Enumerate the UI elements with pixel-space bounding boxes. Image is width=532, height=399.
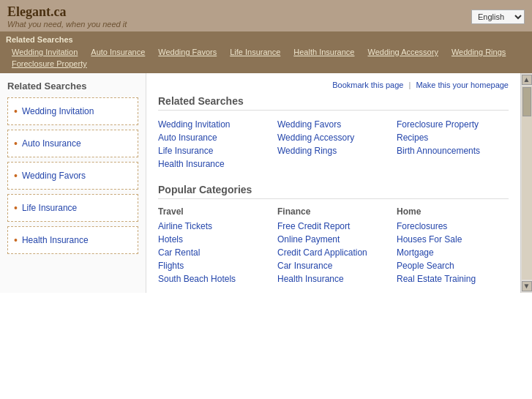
sidebar-link[interactable]: Health Insurance [22,235,89,245]
related-searches-title: Related Searches [158,95,509,111]
category-link[interactable]: Free Credit Report [277,220,389,233]
related-search-link[interactable]: Life Insurance [158,144,270,157]
navbar-link[interactable]: Wedding Rings [446,47,512,57]
related-search-link[interactable]: Recipes [397,131,509,144]
bullet-icon: • [14,234,18,246]
navbar-label: Related Searches [6,35,73,44]
category-link[interactable]: Foreclosures [397,220,509,233]
language-select[interactable]: English Français [471,10,525,24]
scroll-track [522,86,532,280]
sidebar-item[interactable]: •Health Insurance [7,226,138,254]
category-link[interactable]: Car Insurance [277,259,389,272]
category-link[interactable]: Car Rental [158,246,270,259]
sidebar-item[interactable]: •Wedding Invitation [7,97,138,125]
related-col-1: Wedding FavorsWedding AccessoryWedding R… [277,118,389,171]
related-search-link[interactable]: Wedding Invitation [158,118,270,131]
related-search-link[interactable]: Birth Announcements [397,144,509,157]
sidebar-items: •Wedding Invitation•Auto Insurance•Weddi… [7,97,138,254]
popular-category-col: TravelAirline TicketsHotelsCar RentalFli… [158,206,270,286]
related-col-2: Foreclosure PropertyRecipesBirth Announc… [397,118,509,171]
related-search-link[interactable]: Foreclosure Property [397,118,509,131]
category-link[interactable]: Real Estate Training [397,272,509,286]
navbar-link[interactable]: Health Insurance [288,47,360,57]
bullet-icon: • [14,202,18,214]
category-link[interactable]: Mortgage [397,246,509,259]
bullet-icon: • [14,170,18,182]
related-search-link[interactable]: Wedding Rings [277,144,389,157]
separator: | [409,81,411,89]
logo-area: Elegant.ca What you need, when you need … [7,4,127,29]
category-header: Travel [158,206,270,217]
bullet-icon: • [14,105,18,117]
logo-tagline: What you need, when you need it [7,20,127,29]
navbar-link[interactable]: Wedding Favors [152,47,222,57]
related-search-link[interactable]: Auto Insurance [158,131,270,144]
navbar-link[interactable]: Wedding Accessory [361,47,443,57]
category-header: Home [397,206,509,217]
navbar: Related Searches Wedding InvitationAuto … [0,31,532,73]
category-link[interactable]: Flights [158,259,270,272]
category-link[interactable]: Credit Card Application [277,246,389,259]
sidebar-link[interactable]: Wedding Favors [22,171,86,181]
navbar-link[interactable]: Life Insurance [224,47,286,57]
sidebar-item[interactable]: •Life Insurance [7,194,138,222]
related-search-link[interactable]: Wedding Favors [277,118,389,131]
sidebar-title: Related Searches [7,81,138,92]
related-links-grid: Wedding InvitationAuto InsuranceLife Ins… [158,118,509,171]
popular-categories-grid: TravelAirline TicketsHotelsCar RentalFli… [158,206,509,286]
top-actions: Bookmark this page | Make this your home… [158,81,509,89]
category-link[interactable]: Houses For Sale [397,233,509,246]
navbar-link[interactable]: Auto Insurance [85,47,151,57]
navbar-links: Wedding InvitationAuto InsuranceWedding … [6,47,526,70]
homepage-link[interactable]: Make this your homepage [416,81,509,89]
category-link[interactable]: South Beach Hotels [158,272,270,286]
main-layout: Related Searches •Wedding Invitation•Aut… [0,73,532,293]
sidebar-link[interactable]: Auto Insurance [22,138,81,149]
sidebar-link[interactable]: Wedding Invitation [22,106,94,116]
scroll-up-button[interactable]: ▲ [522,75,532,85]
sidebar-item[interactable]: •Wedding Favors [7,162,138,190]
related-col-0: Wedding InvitationAuto InsuranceLife Ins… [158,118,270,171]
header: Elegant.ca What you need, when you need … [0,0,532,31]
category-header: Finance [277,206,389,217]
popular-categories-title: Popular Categories [158,184,509,199]
scroll-down-button[interactable]: ▼ [522,281,532,291]
content-area: Bookmark this page | Make this your home… [146,73,520,293]
logo-title: Elegant.ca [7,4,127,20]
bullet-icon: • [14,138,18,149]
navbar-link[interactable]: Foreclosure Property [6,59,93,69]
related-search-link[interactable]: Health Insurance [158,157,270,171]
related-search-link[interactable]: Wedding Accessory [277,131,389,144]
navbar-link[interactable]: Wedding Invitation [6,47,83,57]
scroll-thumb[interactable] [522,87,531,116]
sidebar-item[interactable]: •Auto Insurance [7,130,138,157]
category-link[interactable]: People Search [397,259,509,272]
popular-category-col: FinanceFree Credit ReportOnline PaymentC… [277,206,389,286]
scrollbar: ▲ ▼ [520,73,532,293]
category-link[interactable]: Airline Tickets [158,220,270,233]
sidebar: Related Searches •Wedding Invitation•Aut… [0,73,146,293]
bookmark-link[interactable]: Bookmark this page [332,81,403,89]
category-link[interactable]: Hotels [158,233,270,246]
category-link[interactable]: Health Insurance [277,272,389,286]
sidebar-link[interactable]: Life Insurance [22,203,77,213]
category-link[interactable]: Online Payment [277,233,389,246]
popular-category-col: HomeForeclosuresHouses For SaleMortgageP… [397,206,509,286]
